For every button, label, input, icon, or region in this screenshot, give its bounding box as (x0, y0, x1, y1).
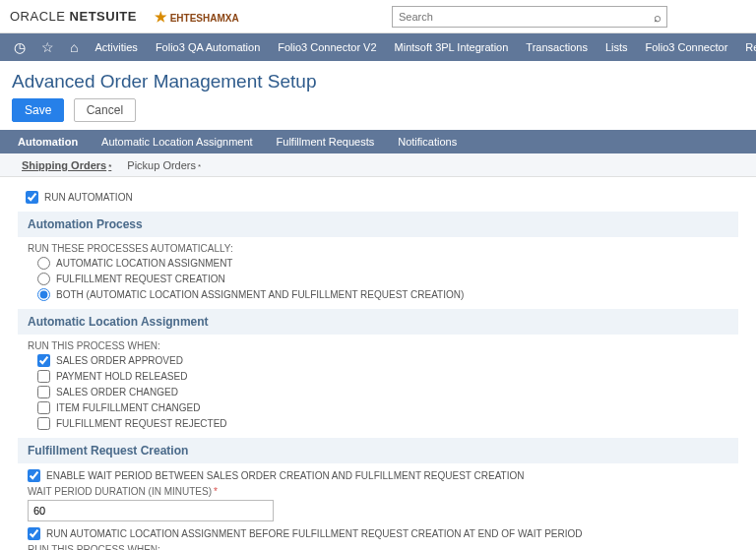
ap-opt3-label: BOTH (AUTOMATIC LOCATION ASSIGNMENT AND … (56, 289, 464, 300)
ala-run-label: RUN THIS PROCESS WHEN: (28, 340, 728, 351)
ala-c5-label: FULFILLMENT REQUEST REJECTED (56, 418, 227, 429)
star-icon[interactable]: ☆ (33, 39, 62, 55)
section-automation-process: Automation Process (18, 212, 738, 237)
brand-suffix: NETSUITE (70, 9, 137, 24)
ap-run-label: RUN THESE PROCESSES AUTOMATICALLY: (28, 243, 728, 254)
content: RUN AUTOMATION Automation Process RUN TH… (0, 177, 756, 550)
ap-opt1-label: AUTOMATIC LOCATION ASSIGNMENT (56, 258, 232, 269)
save-button[interactable]: Save (12, 98, 64, 122)
subtab-shipping-label: Shipping Orders (22, 159, 106, 171)
brand-prefix: ORACLE (10, 9, 65, 24)
ala-c3-input[interactable] (37, 386, 50, 398)
nav-activities[interactable]: Activities (86, 41, 146, 53)
tab-fr[interactable]: Fulfillment Requests (265, 130, 387, 153)
company-name: EHTESHAMXA (170, 13, 239, 24)
ala-c3[interactable]: SALES ORDER CHANGED (37, 386, 728, 398)
search-icon[interactable]: ⌕ (654, 10, 662, 25)
ala-c1-label: SALES ORDER APPROVED (56, 355, 183, 366)
ala-c2-input[interactable] (37, 370, 50, 383)
run-automation-checkbox[interactable] (26, 191, 38, 204)
ala-c2-label: PAYMENT HOLD RELEASED (56, 371, 187, 382)
nav-lists[interactable]: Lists (597, 41, 637, 53)
ala-c1-input[interactable] (37, 354, 50, 367)
required-icon: * (198, 162, 201, 171)
section-ala: Automatic Location Assignment (18, 309, 738, 335)
tab-ala[interactable]: Automatic Location Assignment (90, 130, 264, 153)
tab-automation[interactable]: Automation (6, 130, 90, 153)
nav-reports[interactable]: Reports (736, 41, 756, 53)
ala-c4-label: ITEM FULFILLMENT CHANGED (56, 402, 201, 413)
button-row: Save Cancel (0, 98, 756, 130)
section-ala-body: RUN THIS PROCESS WHEN: SALES ORDER APPRO… (18, 340, 738, 430)
ap-radio-both-input[interactable] (37, 288, 50, 301)
frc-run-auto-label: RUN AUTOMATIC LOCATION ASSIGNMENT BEFORE… (46, 528, 583, 539)
frc-enable-wait[interactable]: ENABLE WAIT PERIOD BETWEEN SALES ORDER C… (28, 469, 728, 482)
ala-c3-label: SALES ORDER CHANGED (56, 387, 178, 397)
nav-mintsoft[interactable]: Mintsoft 3PL Integration (386, 41, 518, 53)
nav-folio3-v2[interactable]: Folio3 Connector V2 (269, 41, 385, 53)
frc-run-label: RUN THIS PROCESS WHEN: (28, 544, 728, 550)
section-frc: Fulfillment Request Creation (18, 438, 738, 463)
ala-c4[interactable]: ITEM FULFILLMENT CHANGED (37, 401, 728, 414)
search-wrap: ⌕ (392, 6, 667, 28)
home-icon[interactable]: ⌂ (62, 39, 86, 55)
sub-tabs: Shipping Orders* Pickup Orders* (0, 153, 756, 177)
company-badge: EHTESHAMXA (155, 9, 239, 25)
ap-opt2-label: FULFILLMENT REQUEST CREATION (56, 274, 225, 284)
page-title: Advanced Order Management Setup (0, 61, 756, 98)
nav-transactions[interactable]: Transactions (517, 41, 597, 53)
required-icon: * (108, 162, 111, 171)
section-automation-process-body: RUN THESE PROCESSES AUTOMATICALLY: AUTOM… (18, 243, 738, 301)
frc-wait-input[interactable] (28, 500, 274, 521)
ap-radio-ala[interactable]: AUTOMATIC LOCATION ASSIGNMENT (37, 257, 728, 270)
ap-radio-frc-input[interactable] (37, 273, 50, 285)
ap-radio-ala-input[interactable] (37, 257, 50, 270)
frc-enable-wait-label: ENABLE WAIT PERIOD BETWEEN SALES ORDER C… (46, 470, 524, 481)
frc-run-auto[interactable]: RUN AUTOMATIC LOCATION ASSIGNMENT BEFORE… (28, 527, 728, 540)
main-tabs: Automation Automatic Location Assignment… (0, 130, 756, 153)
ap-radio-both[interactable]: BOTH (AUTOMATIC LOCATION ASSIGNMENT AND … (37, 288, 728, 301)
frc-wait-label: WAIT PERIOD DURATION (IN MINUTES)* (28, 486, 728, 497)
nav-bar: ◷ ☆ ⌂ Activities Folio3 QA Automation Fo… (0, 33, 756, 61)
subtab-shipping[interactable]: Shipping Orders* (14, 159, 119, 171)
subtab-pickup-label: Pickup Orders (127, 159, 196, 171)
section-frc-body: ENABLE WAIT PERIOD BETWEEN SALES ORDER C… (18, 469, 738, 550)
ala-c4-input[interactable] (37, 401, 50, 414)
ala-c5-input[interactable] (37, 417, 50, 430)
run-automation-label: RUN AUTOMATION (44, 192, 133, 203)
nav-folio3-connector[interactable]: Folio3 Connector (637, 41, 737, 53)
ap-radio-frc[interactable]: FULFILLMENT REQUEST CREATION (37, 273, 728, 285)
cancel-button[interactable]: Cancel (74, 98, 136, 122)
frc-enable-wait-input[interactable] (28, 469, 40, 482)
nav-folio3-qa[interactable]: Folio3 QA Automation (147, 41, 269, 53)
search-input[interactable] (392, 6, 667, 28)
frc-run-auto-input[interactable] (28, 527, 40, 540)
tab-notifications[interactable]: Notifications (386, 130, 469, 153)
ala-c2[interactable]: PAYMENT HOLD RELEASED (37, 370, 728, 383)
subtab-pickup[interactable]: Pickup Orders* (119, 159, 209, 171)
ala-c5[interactable]: FULFILLMENT REQUEST REJECTED (37, 417, 728, 430)
top-bar: ORACLE NETSUITE EHTESHAMXA ⌕ (0, 0, 756, 33)
ala-c1[interactable]: SALES ORDER APPROVED (37, 354, 728, 367)
clock-icon[interactable]: ◷ (6, 39, 33, 55)
run-automation-row[interactable]: RUN AUTOMATION (26, 191, 738, 204)
brand-logo: ORACLE NETSUITE (10, 9, 137, 24)
required-asterisk: * (214, 486, 218, 497)
